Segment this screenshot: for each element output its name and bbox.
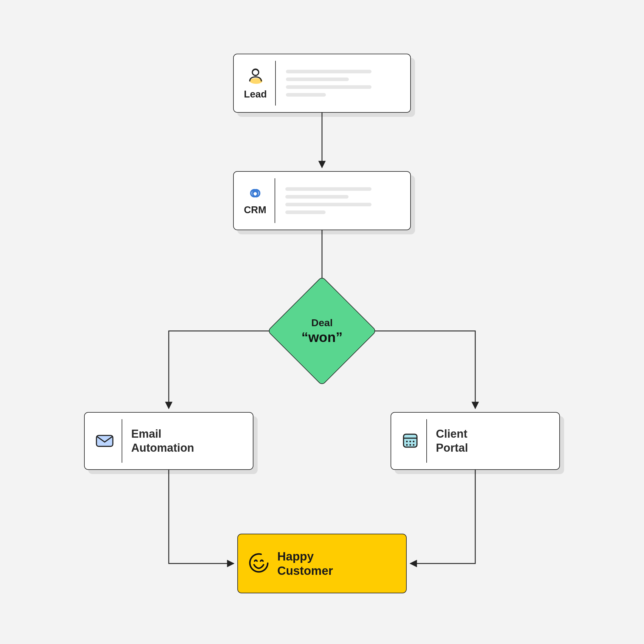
node-result-label: Happy Customer: [270, 549, 333, 578]
decision-value: “won”: [301, 329, 343, 345]
svg-point-10: [406, 444, 408, 446]
smile-icon: [248, 552, 270, 575]
svg-point-7: [406, 441, 408, 442]
node-portal-label: Client Portal: [427, 427, 468, 455]
mail-icon: [95, 433, 114, 449]
svg-point-8: [409, 441, 411, 442]
flow-diagram: Lead CRM Deal “won”: [0, 0, 644, 644]
node-lead: Lead: [233, 54, 411, 113]
node-client-portal: Client Portal: [391, 412, 560, 470]
svg-rect-4: [97, 436, 113, 447]
svg-point-9: [413, 441, 414, 442]
node-crm: CRM: [233, 171, 411, 230]
crm-icon: [245, 186, 265, 202]
placeholder-lines: [275, 187, 410, 214]
node-crm-label: CRM: [244, 204, 266, 216]
decision-label: Deal: [311, 317, 333, 329]
svg-point-11: [409, 444, 411, 446]
node-email-label: Email Automation: [122, 427, 194, 455]
node-email-automation: Email Automation: [84, 412, 253, 470]
lead-icon: [246, 66, 265, 86]
decision-deal-won: Deal “won”: [283, 292, 361, 370]
placeholder-lines: [276, 70, 410, 97]
calendar-icon: [401, 431, 419, 451]
node-lead-label: Lead: [244, 89, 267, 100]
svg-point-12: [413, 444, 414, 446]
node-happy-customer: Happy Customer: [237, 534, 407, 593]
